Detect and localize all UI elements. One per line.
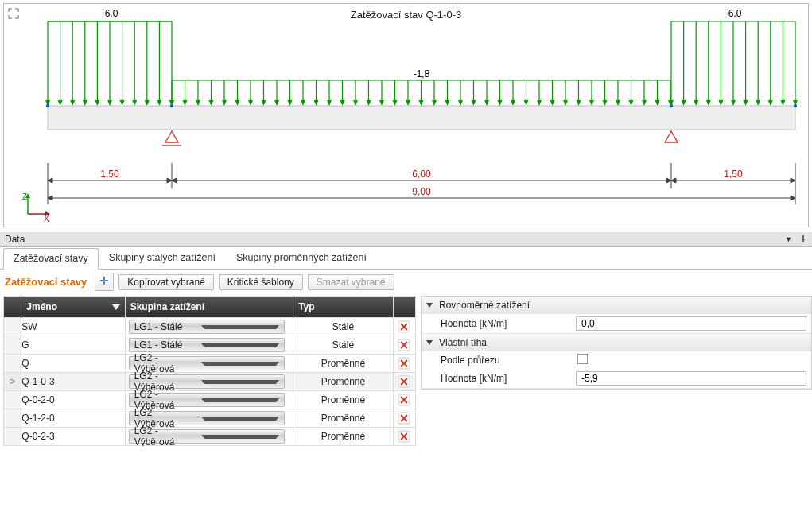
row-delete-button[interactable] (394, 320, 415, 333)
collapse-icon[interactable] (426, 303, 433, 308)
toolbar-title: Zatěžovací stavy (5, 276, 87, 288)
col-type: Typ (298, 301, 314, 312)
table-row[interactable]: Q-0-2-0LG2 - VýběrováProměnné (4, 391, 416, 409)
table-row[interactable]: Q-1-2-0LG2 - VýběrováProměnné (4, 409, 416, 428)
col-group: Skupina zatížení (130, 301, 204, 312)
svg-rect-65 (48, 106, 795, 130)
viewport-title: Zatěžovací stav Q-1-0-3 (351, 9, 461, 21)
copy-button[interactable]: Kopírovat vybrané (118, 274, 213, 290)
svg-text:6,00: 6,00 (412, 169, 431, 180)
data-panel-title: Data (5, 234, 25, 245)
expand-icon[interactable] (7, 7, 20, 20)
beam-drawing: {} (4, 4, 808, 227)
uniform-value-label: Hodnota [kN/m] (441, 318, 576, 329)
group-combo[interactable]: LG2 - Výběrová (129, 393, 285, 407)
group-combo[interactable]: LG2 - Výběrová (129, 429, 285, 444)
svg-text:1,50: 1,50 (100, 169, 119, 180)
tab-var-groups[interactable]: Skupiny proměnných zatížení (226, 247, 377, 269)
group-combo[interactable]: LG2 - Výběrová (129, 356, 285, 370)
group-uniform-load[interactable]: Rovnoměrné zatížení (422, 297, 811, 314)
col-name: Jméno (26, 301, 57, 312)
critical-button[interactable]: Kritické šablony (219, 274, 303, 290)
group-self-weight[interactable]: Vlastní tíha (422, 334, 811, 351)
svg-text:1,50: 1,50 (724, 169, 743, 180)
row-delete-button[interactable] (394, 357, 415, 370)
row-delete-button[interactable] (394, 339, 415, 351)
tab-load-states[interactable]: Zatěžovací stavy (3, 248, 99, 270)
svg-text:-6,0: -6,0 (725, 8, 742, 19)
row-delete-button[interactable] (394, 394, 415, 406)
table-row[interactable]: >Q-1-0-3LG2 - VýběrováProměnné (4, 373, 416, 391)
uniform-value-input[interactable] (576, 316, 806, 331)
axis-gizmo: Z X (20, 190, 52, 222)
cross-section-label: Podle průřezu (441, 355, 576, 366)
cross-section-check[interactable] (577, 354, 589, 365)
svg-text:9,00: 9,00 (412, 186, 431, 197)
table-row[interactable]: GLG1 - StáléStálé (4, 336, 416, 355)
beam-viewport[interactable]: Zatěžovací stav Q-1-0-3 {} (3, 3, 809, 227)
svg-point-66 (46, 104, 49, 107)
group-combo[interactable]: LG1 - Stálé (129, 320, 285, 334)
group-combo[interactable]: LG1 - Stálé (129, 338, 285, 352)
filter-icon[interactable] (112, 304, 120, 310)
svg-point-67 (170, 104, 173, 107)
pin-icon[interactable] (799, 234, 807, 245)
table-row[interactable]: Q-0-2-3LG2 - VýběrováProměnné (4, 428, 416, 446)
svg-text:X: X (44, 215, 49, 222)
dropdown-icon[interactable]: ▼ (785, 235, 793, 243)
sw-value-label: Hodnota [kN/m] (441, 373, 576, 384)
tab-strip: Zatěžovací stavy Skupiny stálých zatížen… (0, 247, 812, 270)
table-row[interactable]: SWLG1 - StáléStálé (4, 318, 416, 336)
row-delete-button[interactable] (394, 375, 415, 388)
row-delete-button[interactable] (394, 430, 415, 443)
row-delete-button[interactable] (394, 412, 415, 425)
svg-text:Z: Z (22, 192, 27, 201)
toolbar: Zatěžovací stavy Kopírovat vybrané Kriti… (0, 270, 812, 296)
group-combo[interactable]: LG2 - Výběrová (129, 411, 285, 425)
group-combo[interactable]: LG2 - Výběrová (129, 374, 285, 389)
data-panel-header: Data ▼ (0, 232, 812, 247)
svg-text:-1,8: -1,8 (414, 68, 430, 80)
table-row[interactable]: QLG2 - VýběrováProměnné (4, 355, 416, 373)
svg-text:-6,0: -6,0 (102, 8, 118, 19)
collapse-icon[interactable] (426, 340, 433, 345)
properties-panel: Rovnoměrné zatížení Hodnota [kN/m] Vlast… (421, 296, 812, 390)
svg-point-68 (670, 104, 673, 107)
sw-value-input[interactable] (576, 371, 806, 386)
load-states-table[interactable]: Jméno Skupina zatížení Typ SWLG1 - Stálé… (3, 296, 416, 446)
tab-perm-groups[interactable]: Skupiny stálých zatížení (99, 247, 226, 269)
delete-button: Smazat vybrané (308, 274, 394, 290)
svg-point-69 (794, 104, 797, 107)
add-button[interactable] (95, 273, 114, 291)
